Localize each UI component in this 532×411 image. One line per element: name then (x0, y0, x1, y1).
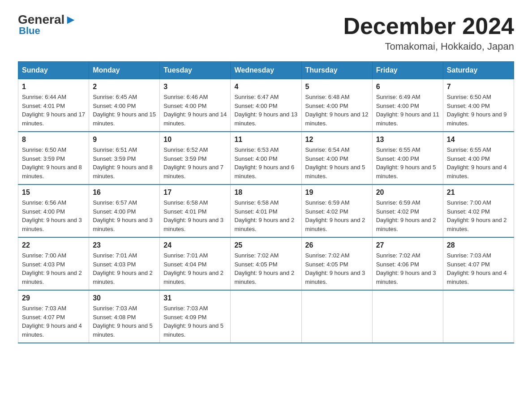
calendar-cell: 25 Sunrise: 7:02 AM Sunset: 4:05 PM Dayl… (231, 237, 301, 290)
day-info: Sunrise: 6:49 AM Sunset: 4:00 PM Dayligh… (376, 93, 439, 128)
calendar-cell: 8 Sunrise: 6:50 AM Sunset: 3:59 PM Dayli… (18, 132, 89, 184)
calendar-cell (301, 290, 372, 343)
day-number: 7 (447, 83, 510, 91)
day-number: 24 (163, 241, 227, 249)
day-number: 15 (22, 188, 85, 197)
calendar-cell: 10 Sunrise: 6:52 AM Sunset: 3:59 PM Dayl… (160, 132, 231, 184)
calendar-cell (372, 290, 443, 343)
day-info: Sunrise: 6:59 AM Sunset: 4:02 PM Dayligh… (305, 198, 369, 233)
day-info: Sunrise: 6:55 AM Sunset: 4:00 PM Dayligh… (376, 146, 439, 180)
calendar-cell (443, 290, 514, 343)
calendar-week-row-5: 29 Sunrise: 7:03 AM Sunset: 4:07 PM Dayl… (18, 290, 514, 343)
calendar-week-row-1: 1 Sunrise: 6:44 AM Sunset: 4:01 PM Dayli… (18, 79, 514, 132)
day-number: 4 (234, 83, 297, 91)
day-info: Sunrise: 6:48 AM Sunset: 4:00 PM Dayligh… (305, 93, 369, 128)
day-info: Sunrise: 7:02 AM Sunset: 4:06 PM Dayligh… (376, 251, 439, 286)
day-info: Sunrise: 6:50 AM Sunset: 3:59 PM Dayligh… (22, 146, 85, 180)
header-sunday: Sunday (18, 62, 89, 79)
day-number: 21 (447, 188, 510, 197)
calendar-cell: 2 Sunrise: 6:45 AM Sunset: 4:00 PM Dayli… (89, 79, 160, 132)
calendar-header-row: Sunday Monday Tuesday Wednesday Thursday… (18, 62, 514, 79)
day-number: 10 (163, 136, 227, 144)
day-info: Sunrise: 6:54 AM Sunset: 4:00 PM Dayligh… (305, 146, 369, 180)
calendar-cell: 15 Sunrise: 6:56 AM Sunset: 4:00 PM Dayl… (18, 184, 89, 237)
day-number: 2 (93, 83, 156, 91)
calendar-cell: 21 Sunrise: 7:00 AM Sunset: 4:02 PM Dayl… (443, 184, 514, 237)
month-year-title: December 2024 (343, 13, 514, 39)
calendar-cell: 3 Sunrise: 6:46 AM Sunset: 4:00 PM Dayli… (160, 79, 231, 132)
day-number: 31 (163, 294, 227, 302)
day-info: Sunrise: 6:58 AM Sunset: 4:01 PM Dayligh… (234, 198, 297, 233)
calendar-cell: 29 Sunrise: 7:03 AM Sunset: 4:07 PM Dayl… (18, 290, 89, 343)
calendar-cell: 22 Sunrise: 7:00 AM Sunset: 4:03 PM Dayl… (18, 237, 89, 290)
calendar-cell: 13 Sunrise: 6:55 AM Sunset: 4:00 PM Dayl… (372, 132, 443, 184)
calendar-cell: 23 Sunrise: 7:01 AM Sunset: 4:03 PM Dayl… (89, 237, 160, 290)
day-number: 26 (305, 241, 369, 249)
day-number: 6 (376, 83, 439, 91)
logo-general-text: General► (18, 13, 77, 26)
calendar-cell: 14 Sunrise: 6:55 AM Sunset: 4:00 PM Dayl… (443, 132, 514, 184)
day-number: 8 (22, 136, 85, 144)
day-number: 12 (305, 136, 369, 144)
day-number: 18 (234, 188, 297, 197)
calendar-cell: 1 Sunrise: 6:44 AM Sunset: 4:01 PM Dayli… (18, 79, 89, 132)
day-info: Sunrise: 7:01 AM Sunset: 4:04 PM Dayligh… (163, 251, 227, 286)
day-number: 14 (447, 136, 510, 144)
logo: General► Blue (18, 13, 77, 37)
day-info: Sunrise: 6:53 AM Sunset: 4:00 PM Dayligh… (234, 146, 297, 180)
calendar-cell: 11 Sunrise: 6:53 AM Sunset: 4:00 PM Dayl… (231, 132, 301, 184)
day-info: Sunrise: 6:57 AM Sunset: 4:00 PM Dayligh… (93, 198, 156, 233)
calendar-cell: 20 Sunrise: 6:59 AM Sunset: 4:02 PM Dayl… (372, 184, 443, 237)
day-number: 28 (447, 241, 510, 249)
day-info: Sunrise: 7:03 AM Sunset: 4:07 PM Dayligh… (447, 251, 510, 286)
day-number: 16 (93, 188, 156, 197)
day-number: 25 (234, 241, 297, 249)
calendar-cell: 17 Sunrise: 6:58 AM Sunset: 4:01 PM Dayl… (160, 184, 231, 237)
day-number: 17 (163, 188, 227, 197)
calendar-cell: 12 Sunrise: 6:54 AM Sunset: 4:00 PM Dayl… (301, 132, 372, 184)
header-monday: Monday (89, 62, 160, 79)
calendar-cell: 26 Sunrise: 7:02 AM Sunset: 4:05 PM Dayl… (301, 237, 372, 290)
day-info: Sunrise: 6:46 AM Sunset: 4:00 PM Dayligh… (163, 93, 227, 128)
day-info: Sunrise: 6:44 AM Sunset: 4:01 PM Dayligh… (22, 93, 85, 128)
page-header: General► Blue December 2024 Tomakomai, H… (18, 13, 514, 52)
day-info: Sunrise: 7:02 AM Sunset: 4:05 PM Dayligh… (305, 251, 369, 286)
calendar-cell: 18 Sunrise: 6:58 AM Sunset: 4:01 PM Dayl… (231, 184, 301, 237)
calendar-week-row-3: 15 Sunrise: 6:56 AM Sunset: 4:00 PM Dayl… (18, 184, 514, 237)
day-number: 19 (305, 188, 369, 197)
day-info: Sunrise: 6:56 AM Sunset: 4:00 PM Dayligh… (22, 198, 85, 233)
calendar-table: Sunday Monday Tuesday Wednesday Thursday… (18, 61, 514, 343)
day-number: 30 (93, 294, 156, 302)
day-number: 13 (376, 136, 439, 144)
day-info: Sunrise: 7:02 AM Sunset: 4:05 PM Dayligh… (234, 251, 297, 286)
day-number: 3 (163, 83, 227, 91)
day-info: Sunrise: 7:00 AM Sunset: 4:02 PM Dayligh… (447, 198, 510, 233)
calendar-cell: 27 Sunrise: 7:02 AM Sunset: 4:06 PM Dayl… (372, 237, 443, 290)
day-info: Sunrise: 6:59 AM Sunset: 4:02 PM Dayligh… (376, 198, 439, 233)
day-number: 29 (22, 294, 85, 302)
calendar-cell: 28 Sunrise: 7:03 AM Sunset: 4:07 PM Dayl… (443, 237, 514, 290)
day-number: 20 (376, 188, 439, 197)
calendar-cell: 9 Sunrise: 6:51 AM Sunset: 3:59 PM Dayli… (89, 132, 160, 184)
logo-blue-text: Blue (19, 25, 40, 37)
day-info: Sunrise: 6:55 AM Sunset: 4:00 PM Dayligh… (447, 146, 510, 180)
day-info: Sunrise: 7:00 AM Sunset: 4:03 PM Dayligh… (22, 251, 85, 286)
header-thursday: Thursday (301, 62, 372, 79)
calendar-cell: 19 Sunrise: 6:59 AM Sunset: 4:02 PM Dayl… (301, 184, 372, 237)
logo-triangle-icon: ► (64, 13, 77, 26)
calendar-cell: 6 Sunrise: 6:49 AM Sunset: 4:00 PM Dayli… (372, 79, 443, 132)
calendar-cell: 16 Sunrise: 6:57 AM Sunset: 4:00 PM Dayl… (89, 184, 160, 237)
day-info: Sunrise: 6:51 AM Sunset: 3:59 PM Dayligh… (93, 146, 156, 180)
day-info: Sunrise: 6:47 AM Sunset: 4:00 PM Dayligh… (234, 93, 297, 128)
day-number: 22 (22, 241, 85, 249)
day-info: Sunrise: 6:45 AM Sunset: 4:00 PM Dayligh… (93, 93, 156, 128)
calendar-cell: 7 Sunrise: 6:50 AM Sunset: 4:00 PM Dayli… (443, 79, 514, 132)
header-saturday: Saturday (443, 62, 514, 79)
day-info: Sunrise: 7:01 AM Sunset: 4:03 PM Dayligh… (93, 251, 156, 286)
calendar-cell: 5 Sunrise: 6:48 AM Sunset: 4:00 PM Dayli… (301, 79, 372, 132)
day-info: Sunrise: 6:52 AM Sunset: 3:59 PM Dayligh… (163, 146, 227, 180)
header-friday: Friday (372, 62, 443, 79)
location-subtitle: Tomakomai, Hokkaido, Japan (343, 41, 514, 52)
day-number: 1 (22, 83, 85, 91)
calendar-cell (231, 290, 301, 343)
